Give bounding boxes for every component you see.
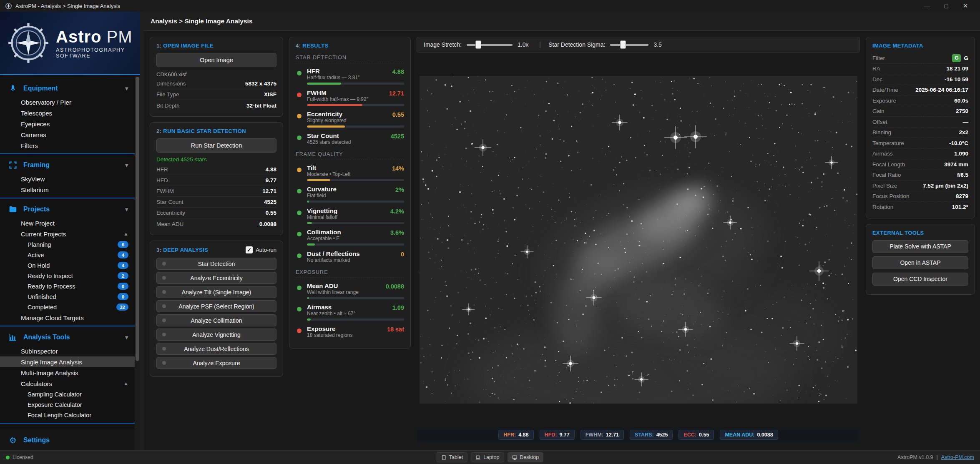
progress-fill <box>307 179 330 181</box>
stat-label: FWHM: <box>585 432 603 438</box>
result-title: Mean ADU <box>307 282 359 289</box>
sidebar-section-framing[interactable]: Framing ▼ <box>0 157 140 173</box>
stretch-value: 1.0x <box>518 41 532 48</box>
result-title: Curvature <box>307 186 337 193</box>
result-entry: Star Count 4525 stars detected 4525 <box>296 132 404 145</box>
device-toggle-tablet[interactable]: Tablet <box>437 452 467 462</box>
sidebar-item[interactable]: Unfinished 0 <box>0 291 140 302</box>
slider-track[interactable] <box>467 44 513 46</box>
sidebar-item-settings[interactable]: ⚙ Settings <box>0 430 140 450</box>
sidebar-item[interactable]: Eyepieces <box>0 118 140 129</box>
results-group: FRAME QUALITY Tilt <box>296 150 404 263</box>
sidebar-item[interactable]: Observatory / Pier <box>0 97 140 108</box>
sidebar-item[interactable]: Stellarium <box>0 184 140 195</box>
status-dot <box>297 286 302 290</box>
deep-analysis-button[interactable]: Analyze Tilt (Single Image) <box>156 286 276 298</box>
result-entry: Mean ADU Well within linear range 0.0088 <box>296 282 404 299</box>
result-entry: Dust / Reflections No artifacts marked 0 <box>296 250 404 263</box>
metadata-row: Temperature -10.0°C <box>872 138 968 149</box>
close-button[interactable]: × <box>956 0 975 12</box>
image-viewport[interactable] <box>417 76 860 404</box>
sidebar-item[interactable]: Single Image Analysis <box>0 356 140 367</box>
device-toggle-desktop[interactable]: Desktop <box>507 452 543 462</box>
image-stretch-slider[interactable] <box>467 40 513 49</box>
deep-analysis-button[interactable]: Analyze Collimation <box>156 314 276 326</box>
external-tool-button[interactable]: Open in ASTAP <box>872 256 968 269</box>
sidebar-item[interactable]: Manage Cloud Targets <box>0 312 140 323</box>
external-tool-button[interactable]: Plate Solve with ASTAP <box>872 240 968 253</box>
result-subtitle: Acceptable • E <box>307 236 341 241</box>
sidebar-section-equipment[interactable]: Equipment ▼ <box>0 80 140 97</box>
row-value: XISF <box>264 91 276 98</box>
sidebar-item[interactable]: SubInspector <box>0 346 140 356</box>
panel-title: OPEN IMAGE FILE <box>163 43 214 49</box>
sidebar-settings: ⚙ Settings <box>0 430 140 450</box>
result-title: FWHM <box>307 89 368 96</box>
row-value: f/6.5 <box>957 172 968 178</box>
sidebar-item[interactable]: Completed 32 <box>0 302 140 312</box>
panel-title: EXTERNAL TOOLS <box>872 230 968 236</box>
sidebar-item[interactable]: Sampling Calculator <box>0 389 140 399</box>
sidebar-item[interactable]: Filters <box>0 140 140 151</box>
scrollbar-thumb[interactable] <box>136 77 139 361</box>
sidebar-section-analysis-tools[interactable]: Analysis Tools ▼ <box>0 329 140 346</box>
open-image-button[interactable]: Open Image <box>156 53 276 67</box>
metadata-row: Rotation 101.2° <box>872 202 968 213</box>
sidebar-item[interactable]: Focal Length Calculator <box>0 410 140 420</box>
sidebar-item[interactable]: New Project <box>0 218 140 228</box>
maximize-button[interactable]: □ <box>937 0 956 12</box>
sidebar-item[interactable]: Cameras <box>0 129 140 140</box>
deep-analysis-button[interactable]: Analyze Exposure <box>156 357 276 369</box>
sidebar-item[interactable]: Active 4 <box>0 250 140 260</box>
chevron-down-icon: ▼ <box>124 162 129 168</box>
sidebar-section-projects[interactable]: Projects ▼ <box>0 201 140 218</box>
slider-thumb[interactable] <box>620 40 626 49</box>
status-dot-icon <box>162 290 166 294</box>
website-link[interactable]: Astro-PM.com <box>941 454 974 460</box>
deep-analysis-button[interactable]: Star Detection <box>156 258 276 270</box>
info-row: File Type XISF <box>156 89 276 100</box>
sidebar-item[interactable]: SkyView <box>0 173 140 184</box>
device-toggle-laptop[interactable]: Laptop <box>471 452 504 462</box>
sidebar-item[interactable]: Ready to Process 0 <box>0 281 140 291</box>
minimize-button[interactable]: — <box>917 0 937 12</box>
sidebar-item[interactable]: Exposure Calculator <box>0 399 140 410</box>
sidebar-item[interactable]: Planning 6 <box>0 239 140 250</box>
deep-analysis-button[interactable]: Analyze Dust/Reflections <box>156 343 276 355</box>
sidebar-item[interactable]: Ready to Inspect 2 <box>0 271 140 281</box>
result-subtitle: Near zenith • alt ≈ 67° <box>307 311 355 316</box>
run-star-detection-button[interactable]: Run Star Detection <box>156 138 276 153</box>
autorun-checkbox[interactable]: ✓ <box>246 246 253 253</box>
section-divider <box>0 153 140 154</box>
sidebar-item[interactable]: Current Projects ▲ <box>0 228 140 239</box>
sidebar-item[interactable]: Calculators ▲ <box>0 378 140 389</box>
row-label: Binning <box>872 129 891 135</box>
nebula-image[interactable] <box>420 76 857 404</box>
sidebar-item[interactable]: On Hold 4 <box>0 260 140 271</box>
chevron-down-icon: ▼ <box>124 206 129 213</box>
sidebar-scrollbar[interactable] <box>135 76 140 450</box>
deep-analysis-button[interactable]: Analyze Vignetting <box>156 329 276 341</box>
stat-value: 12.71 <box>606 432 619 438</box>
toolbar-divider: | <box>539 41 541 48</box>
detection-sigma-slider[interactable] <box>610 40 648 49</box>
sidebar-item[interactable]: Telescopes <box>0 108 140 118</box>
sidebar-item[interactable]: Multi-Image Analysis <box>0 367 140 378</box>
sidebar-section-app-hub[interactable]: App Hub ▼ <box>0 426 140 430</box>
chevron-icon: ▲ <box>123 231 128 237</box>
slider-thumb[interactable] <box>475 40 481 49</box>
row-label: FWHM <box>156 188 174 194</box>
deep-analysis-button[interactable]: Analyze Eccentricity <box>156 272 276 284</box>
info-row: Eccentricity 0.55 <box>156 208 276 218</box>
rocket-icon <box>8 84 18 93</box>
slider-track[interactable] <box>610 44 648 46</box>
compass-gear-logo-icon <box>7 21 50 65</box>
result-title: Exposure <box>307 325 352 332</box>
deep-analysis-button[interactable]: Analyze PSF (Select Region) <box>156 300 276 312</box>
count-badge: 4 <box>118 251 128 258</box>
status-dot <box>297 168 302 172</box>
progress-track <box>307 222 404 224</box>
info-row: Bit Depth 32-bit Float <box>156 100 276 111</box>
external-tool-button[interactable]: Open CCD Inspector <box>872 273 968 286</box>
stat-value: 4525 <box>656 432 668 438</box>
